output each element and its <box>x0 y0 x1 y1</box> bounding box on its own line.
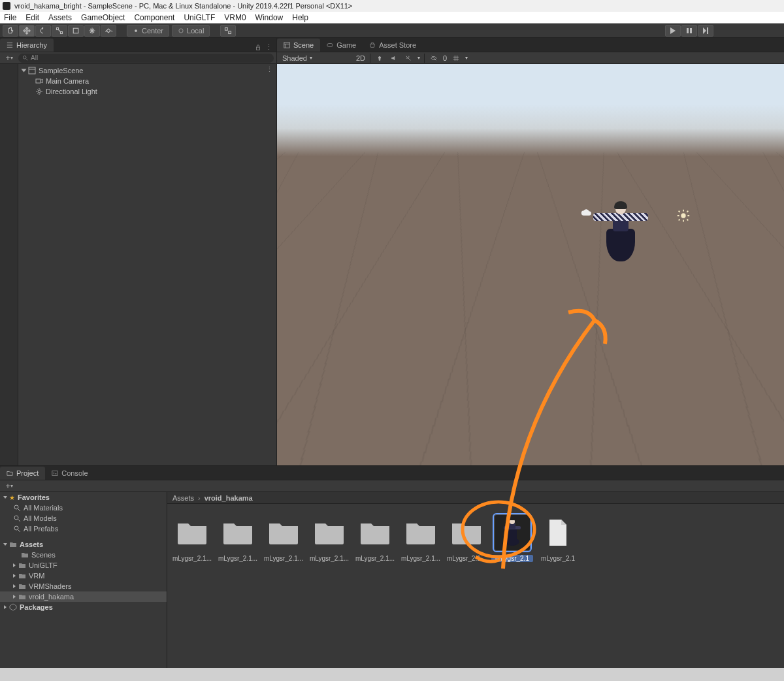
grid-toggle[interactable] <box>451 54 461 63</box>
light-gizmo-icon[interactable] <box>676 208 691 224</box>
folder-thumb <box>311 514 348 551</box>
menu-vrm0[interactable]: VRM0 <box>224 13 246 22</box>
move-tool[interactable] <box>19 25 35 37</box>
fx-toggle[interactable] <box>403 54 414 63</box>
folder-vroid-hakama[interactable]: vroid_hakama <box>0 591 167 602</box>
fav-all-prefabs[interactable]: All Prefabs <box>0 523 167 534</box>
menu-file[interactable]: File <box>4 13 16 22</box>
step-button[interactable] <box>698 25 713 37</box>
pivot-rotation-button[interactable]: Local <box>172 25 210 37</box>
tab-asset-store[interactable]: Asset Store <box>363 39 423 52</box>
asset-label: mLygsr_2.1... <box>400 555 442 562</box>
asset-item[interactable]: mLygsr_2.1 <box>494 514 531 562</box>
project-icon <box>7 470 13 476</box>
snap-button[interactable] <box>220 25 236 37</box>
asset-store-icon <box>369 42 376 48</box>
menu-help[interactable]: Help <box>292 13 308 22</box>
svg-rect-4 <box>225 27 228 30</box>
play-button[interactable] <box>665 25 681 37</box>
svg-rect-6 <box>687 28 689 33</box>
rect-tool[interactable] <box>68 25 84 37</box>
2d-toggle[interactable]: 2D <box>355 54 366 63</box>
hierarchy-tree[interactable]: ⋮ SampleScene Main Camera Directional Li… <box>18 64 276 465</box>
search-icon <box>13 504 21 512</box>
folder-vrm[interactable]: VRM <box>0 571 167 581</box>
svg-rect-12 <box>36 79 41 83</box>
favorites-row[interactable]: ★Favorites <box>0 492 167 503</box>
transform-tool[interactable] <box>84 25 100 37</box>
svg-rect-7 <box>690 28 692 33</box>
pause-button[interactable] <box>681 25 697 37</box>
menu-gameobject[interactable]: GameObject <box>81 13 125 22</box>
camera-gizmo-icon[interactable] <box>579 205 595 221</box>
menubar[interactable]: File Edit Assets GameObject Component Un… <box>0 12 784 24</box>
svg-rect-5 <box>229 31 231 33</box>
chevron-right-icon: › <box>198 494 201 502</box>
fav-all-models[interactable]: All Models <box>0 513 167 523</box>
foldout-icon[interactable] <box>22 69 27 73</box>
lighting-toggle[interactable] <box>374 54 385 63</box>
panel-menu-icon[interactable]: ⋮ <box>265 43 272 52</box>
unity-editor-window: vroid_hakama_bright - SampleScene - PC, … <box>0 0 784 668</box>
folder-vrmshaders[interactable]: VRMShaders <box>0 581 167 591</box>
hierarchy-scene-row[interactable]: SampleScene <box>18 65 276 76</box>
asset-item[interactable]: mLygsr_2.1... <box>174 514 210 562</box>
project-panel: Project Console +▾ ★Favorites All Materi… <box>0 465 784 668</box>
project-add-button[interactable]: +▾ <box>3 482 16 491</box>
scale-tool[interactable] <box>52 25 67 37</box>
hierarchy-item-light[interactable]: Directional Light <box>18 86 276 97</box>
scene-character[interactable] <box>601 203 640 268</box>
folder-icon <box>21 551 29 559</box>
menu-unigltf[interactable]: UniGLTF <box>184 13 215 22</box>
tab-game[interactable]: Game <box>320 39 363 52</box>
pivot-mode-button[interactable]: Center <box>127 25 169 37</box>
hierarchy-item-camera[interactable]: Main Camera <box>18 76 276 86</box>
hierarchy-search[interactable]: All <box>18 54 274 63</box>
hierarchy-panel: Hierarchy ⋮ +▾ All ⋮ <box>0 38 277 465</box>
scene-tabs: Scene Game Asset Store <box>277 38 784 52</box>
hidden-objects[interactable] <box>429 54 439 63</box>
folder-unigltf[interactable]: UniGLTF <box>0 560 167 571</box>
rotate-tool[interactable] <box>35 25 51 37</box>
asset-item[interactable]: mLygsr_2.1... <box>448 514 485 562</box>
file-thumb <box>540 514 576 551</box>
asset-item[interactable]: mLygsr_2.1 <box>540 514 576 562</box>
tab-project[interactable]: Project <box>0 467 45 480</box>
menu-edit[interactable]: Edit <box>25 13 39 22</box>
tab-scene[interactable]: Scene <box>277 39 320 52</box>
audio-toggle[interactable] <box>389 54 399 63</box>
asset-item[interactable]: mLygsr_2.1... <box>265 514 302 562</box>
breadcrumb-current[interactable]: vroid_hakama <box>204 494 253 502</box>
breadcrumb-assets[interactable]: Assets <box>172 494 194 502</box>
asset-item[interactable]: mLygsr_2.1... <box>357 514 393 562</box>
search-icon <box>13 525 21 533</box>
add-object-button[interactable]: +▾ <box>3 54 16 63</box>
hand-tool[interactable] <box>3 25 18 37</box>
svg-rect-11 <box>29 67 35 74</box>
tab-console[interactable]: Console <box>45 467 94 480</box>
prefab-thumb <box>494 514 531 551</box>
lock-icon[interactable] <box>255 44 261 51</box>
svg-point-21 <box>14 526 18 530</box>
asset-item[interactable]: mLygsr_2.1... <box>402 514 439 562</box>
scene-menu-icon[interactable]: ⋮ <box>266 65 274 74</box>
packages-row[interactable]: Packages <box>0 602 167 612</box>
menu-assets[interactable]: Assets <box>48 13 72 22</box>
shading-mode-dropdown[interactable]: Shaded ▾ <box>280 54 315 62</box>
menu-component[interactable]: Component <box>134 13 174 22</box>
fav-all-materials[interactable]: All Materials <box>0 503 167 513</box>
svg-point-16 <box>378 56 380 58</box>
project-content: Assets › vroid_hakama mLygsr_2.1...mLygs… <box>167 492 784 668</box>
assets-row[interactable]: Assets <box>0 539 167 550</box>
project-breadcrumb[interactable]: Assets › vroid_hakama <box>167 492 784 504</box>
asset-grid[interactable]: mLygsr_2.1...mLygsr_2.1...mLygsr_2.1...m… <box>167 504 784 668</box>
asset-item[interactable]: mLygsr_2.1... <box>220 514 256 562</box>
scene-viewport[interactable] <box>277 64 784 465</box>
custom-tool[interactable] <box>101 25 116 37</box>
project-tree[interactable]: ★Favorites All Materials All Models All … <box>0 492 167 668</box>
menu-window[interactable]: Window <box>255 13 284 22</box>
folder-scenes[interactable]: Scenes <box>0 550 167 560</box>
tab-hierarchy[interactable]: Hierarchy <box>0 39 54 52</box>
svg-rect-25 <box>509 523 515 529</box>
asset-item[interactable]: mLygsr_2.1... <box>311 514 348 562</box>
